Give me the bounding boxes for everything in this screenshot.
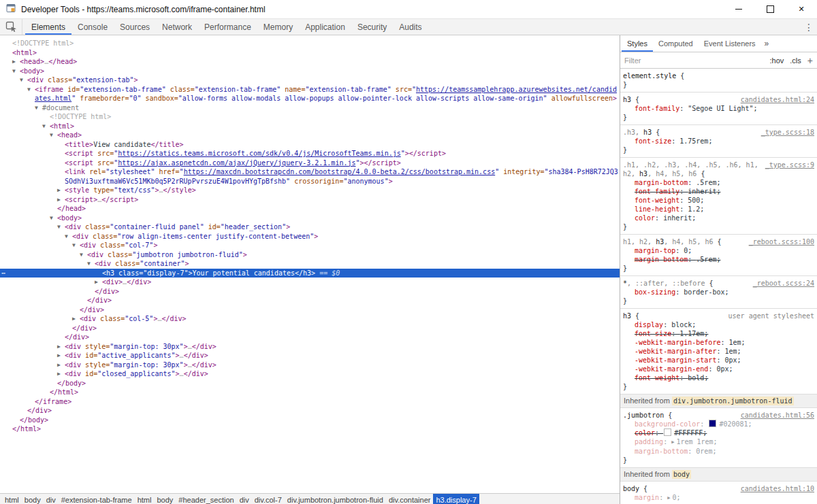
collapse-arrow-icon[interactable]: ▼ [50,133,53,138]
dom-node-line[interactable]: </body> [0,416,620,425]
dom-node-line[interactable]: ▼#document [0,103,620,113]
css-property-value[interactable]: 500 [688,197,700,204]
expand-arrow-icon[interactable]: ▶ [12,59,16,65]
tab-console[interactable]: Console [71,19,114,35]
css-property-name[interactable]: font-family [635,188,679,195]
css-property-value[interactable]: 1.17em [679,330,704,337]
dom-node-line[interactable]: ▼<html> [0,122,620,131]
breadcrumb-item[interactable]: html [135,494,155,504]
breadcrumb-item[interactable]: html [2,494,22,504]
tab-application[interactable]: Application [299,19,351,35]
dom-node-line[interactable]: ▶<div id="active_applicants">…</div> [0,351,620,360]
element-classes-button[interactable]: .cls [790,56,801,65]
expand-arrow-icon[interactable]: ▶ [57,344,61,350]
css-property-name[interactable]: margin-bottom [635,179,688,186]
breadcrumb-item[interactable]: body [154,494,176,504]
css-declaration[interactable]: line-height: 1.2; [623,205,814,214]
css-property-name[interactable]: background-color [635,420,700,428]
dom-node-line[interactable]: </iframe> [0,397,620,407]
expand-arrow-icon[interactable]: ▶ [57,371,61,377]
css-selector[interactable]: , ::after, ::before [627,280,705,287]
collapse-arrow-icon[interactable]: ▼ [42,124,46,129]
node-options-icon[interactable]: ⋯ [1,269,5,278]
css-property-value[interactable]: #020081 [719,420,748,428]
css-property-name[interactable]: color [635,214,655,222]
dom-node-line[interactable]: ▶<div id="closed_applicants">…</div> [0,369,620,379]
css-declaration[interactable]: color: #FFFFFF; [623,429,814,437]
css-property-name[interactable]: margin-top [635,247,675,254]
dom-node-line-selected[interactable]: ⋯<h3 class="display-7">Your potential ca… [0,269,620,278]
css-selector[interactable]: h3 [643,129,652,136]
breadcrumb-item[interactable]: #header_section [176,494,236,504]
css-property-value[interactable]: 1rem 1rem [676,438,713,446]
dom-node-line[interactable]: ▼<div class="row align-items-center just… [0,232,620,241]
css-property-value[interactable]: 1em [724,348,737,355]
devtools-menu-button[interactable]: ⋮ [801,19,817,35]
css-property-value[interactable]: 1.2 [688,205,700,213]
expand-arrow-icon[interactable]: ▶ [72,316,76,322]
css-selector[interactable]: , h4, h5, h6 [664,238,713,246]
css-declaration[interactable]: margin-bottom: 0rem; [623,447,814,456]
css-property-name[interactable]: -webkit-margin-end [635,365,708,373]
collapse-arrow-icon[interactable]: ▼ [20,78,23,83]
stylesheet-source-link[interactable]: candidates.html:10 [741,484,814,493]
tab-memory[interactable]: Memory [257,19,299,35]
dom-node-line[interactable]: ▼<head> [0,131,620,140]
styles-tab-computed[interactable]: Computed [653,35,699,52]
css-property-name[interactable]: -webkit-margin-start [635,356,716,364]
css-declaration[interactable]: margin-bottom: .5rem; [623,178,814,187]
css-property-value[interactable]: block [671,321,692,329]
css-declaration[interactable]: background-color: #020081; [623,420,814,429]
css-property-name[interactable]: font-family [635,105,679,112]
tab-security[interactable]: Security [351,19,393,35]
css-declaration[interactable]: box-sizing: border-box; [623,288,814,297]
stylesheet-source-link[interactable]: _type.scss:9 [765,161,814,169]
collapse-arrow-icon[interactable]: ▼ [27,87,31,93]
css-declaration[interactable]: -webkit-margin-start: 0px; [623,356,814,365]
css-declaration[interactable]: padding: ▶1rem 1rem; [623,437,814,447]
dom-node-line[interactable]: </div> [0,296,620,305]
breadcrumb-item[interactable]: div.jumbotron.jumbotron-fluid [285,494,386,504]
stylesheet-source-link[interactable]: _reboot.scss:24 [753,279,814,288]
dom-node-line[interactable]: ▼<div class="extension-tab"> [0,75,620,85]
tab-sources[interactable]: Sources [114,19,156,35]
dom-node-line[interactable]: ▼<div class="jumbotron jumbotron-fluid"> [0,250,620,260]
dom-node-line[interactable]: </div> [0,324,620,333]
css-property-value[interactable]: 1.75rem [679,137,708,145]
collapse-arrow-icon[interactable]: ▼ [72,243,76,248]
dom-node-line[interactable]: </div> [0,333,620,342]
stylesheet-source-link[interactable]: candidates.html:56 [741,411,814,420]
dom-node-line[interactable]: <!DOCTYPE html> [0,39,620,48]
tab-audits[interactable]: Audits [393,19,428,35]
css-property-value[interactable]: .5rem [696,179,716,186]
dom-node-line[interactable]: ▶<div>…</div> [0,278,620,287]
breadcrumb-item-selected[interactable]: h3.display-7 [433,494,479,504]
css-property-value[interactable]: border-box [684,288,724,296]
dom-node-line[interactable]: ▶<head>…</head> [0,57,620,67]
css-property-name[interactable]: margin-bottom [635,256,688,263]
css-declaration[interactable]: font-weight: bold; [623,373,814,382]
dom-node-line[interactable]: ▼<iframe id="extension-tab-frame" class=… [0,85,620,103]
styles-filter-input[interactable]: Filter [624,56,764,65]
css-declaration[interactable]: -webkit-margin-after: 1em; [623,347,814,356]
stylesheet-source-link[interactable]: _type.scss:18 [761,128,814,137]
css-property-value[interactable]: #FFFFFF [674,429,703,437]
dom-node-line[interactable]: <script src="https://statics.teams.micro… [0,149,620,158]
css-property-value[interactable]: bold [688,374,704,382]
css-selector[interactable]: h1, h2, [623,238,656,246]
dom-node-line[interactable]: </div> [0,287,620,297]
expand-arrow-icon[interactable]: ▶ [57,353,61,358]
inherited-node-link[interactable]: div.jumbotron.jumbotron-fluid [672,397,794,405]
breadcrumb-item[interactable]: body [22,494,44,504]
collapse-arrow-icon[interactable]: ▼ [87,261,91,267]
dom-node-line[interactable]: ▶<div style="margin-top: 30px">…</div> [0,342,620,352]
css-property-name[interactable]: font-weight [635,197,679,204]
css-property-name[interactable]: margin-bottom [635,448,688,455]
dom-node-line[interactable]: <script src="https://ajax.aspnetcdn.com/… [0,158,620,168]
collapse-arrow-icon[interactable]: ▼ [50,216,53,221]
dom-node-line[interactable]: ▶<script>…</script> [0,195,620,205]
css-property-value[interactable]: 0rem [696,448,712,455]
collapse-arrow-icon[interactable]: ▼ [57,224,61,230]
css-property-name[interactable]: margin [635,494,659,501]
css-selector[interactable]: .jumbotron [623,411,664,419]
